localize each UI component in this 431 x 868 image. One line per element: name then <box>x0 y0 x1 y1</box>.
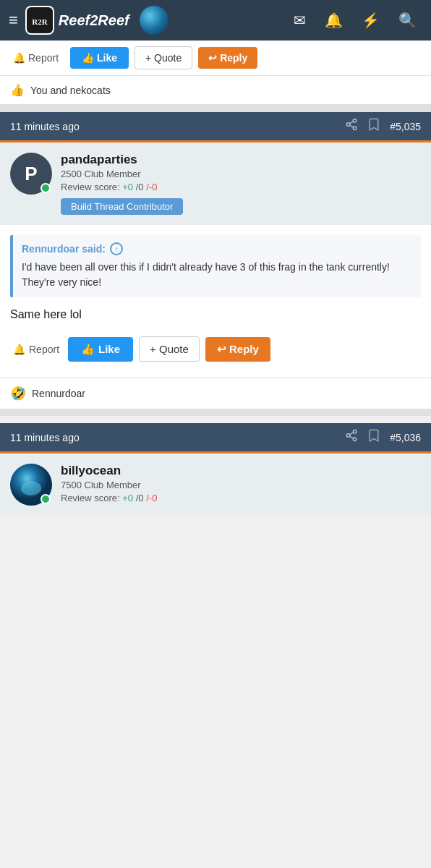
thumbsup-icon-top: 👍 <box>82 52 94 64</box>
post-body: Same here lol <box>10 306 421 323</box>
globe-icon <box>140 6 168 35</box>
bell-icon-report: 🔔 <box>13 344 25 355</box>
quote-button[interactable]: + Quote <box>139 336 200 362</box>
search-icon[interactable]: 🔍 <box>393 9 422 32</box>
post-header-5036: 11 minutes ago #5,036 <box>0 423 431 451</box>
svg-point-2 <box>353 119 357 123</box>
like-button-top[interactable]: 👍 Like <box>70 47 129 69</box>
post-header-actions-2: #5,036 <box>345 429 421 446</box>
post-card-5035: 11 minutes ago #5,035 P pandaparties <box>0 112 431 409</box>
post-card-5036: 11 minutes ago #5,036 <box>0 423 431 516</box>
report-button[interactable]: 🔔 Report <box>10 339 62 359</box>
score-negative-2: /-0 <box>146 493 157 503</box>
svg-point-9 <box>353 438 357 441</box>
like-label-top: Like <box>97 52 117 64</box>
bell-report-icon: 🔔 <box>13 52 25 64</box>
user-rank: 2500 Club Member <box>61 169 421 179</box>
report-label: Report <box>29 344 59 355</box>
reply-label-top: ↩ Reply <box>208 52 247 64</box>
reaction-emoji: 🤣 <box>10 386 26 401</box>
svg-point-8 <box>346 434 350 438</box>
svg-line-10 <box>350 436 354 438</box>
quote-label: + Quote <box>150 343 189 355</box>
section-divider <box>0 105 431 112</box>
username-2[interactable]: billyocean <box>61 464 421 478</box>
top-navigation: ≡ R2R Reef2Reef ✉ 🔔 ⚡ 🔍 <box>0 0 431 41</box>
likes-row: 👍 You and nekocats <box>0 76 431 105</box>
post-timestamp: 11 minutes ago <box>10 121 345 132</box>
reply-button-top[interactable]: ↩ Reply <box>198 47 257 69</box>
post-header-5035: 11 minutes ago #5,035 <box>0 112 431 140</box>
quote-up-icon[interactable]: ↑ <box>110 242 123 255</box>
logo-icon: R2R <box>25 6 54 35</box>
post-number: #5,035 <box>390 121 421 132</box>
mail-icon[interactable]: ✉ <box>288 9 312 32</box>
quote-author: Rennurdoar said: <box>22 243 106 255</box>
svg-text:R2R: R2R <box>32 17 48 26</box>
online-indicator <box>40 183 51 193</box>
score-neutral: /0 <box>136 182 144 192</box>
reply-button[interactable]: ↩ Reply <box>205 337 270 362</box>
user-details: pandaparties 2500 Club Member Review sco… <box>61 153 421 215</box>
score-negative: /-0 <box>146 182 157 192</box>
svg-line-5 <box>350 125 354 127</box>
section-divider-2 <box>0 409 431 416</box>
quote-button-top[interactable]: + Quote <box>135 46 192 69</box>
online-indicator-2 <box>40 494 51 504</box>
reply-label: ↩ Reply <box>217 343 259 356</box>
quote-text: I'd have been all over this if I didn't … <box>22 260 412 290</box>
build-thread-badge: Build Thread Contributor <box>61 198 183 215</box>
reaction-user[interactable]: Rennurdoar <box>32 388 85 399</box>
thumbsup-icon: 👍 <box>81 343 95 356</box>
quote-header: Rennurdoar said: ↑ <box>22 242 412 255</box>
user-rank-2: 7500 Club Member <box>61 480 421 490</box>
review-score-2: Review score: +0 /0 /-0 <box>61 493 421 503</box>
quote-label-top: + Quote <box>145 52 182 64</box>
hamburger-menu-icon[interactable]: ≡ <box>9 11 18 30</box>
bell-icon[interactable]: 🔔 <box>319 9 349 32</box>
action-buttons: 🔔 Report 👍 Like + Quote ↩ Reply <box>10 333 421 367</box>
svg-line-11 <box>350 433 354 435</box>
reactions-row: 🤣 Rennurdoar <box>0 378 431 409</box>
bookmark-icon-2[interactable] <box>368 429 380 446</box>
score-positive: +0 <box>122 182 133 192</box>
logo-text: Reef2Reef <box>59 12 129 29</box>
svg-line-6 <box>350 122 354 124</box>
quote-block: Rennurdoar said: ↑ I'd have been all ove… <box>10 235 421 297</box>
post-number-2: #5,036 <box>390 432 421 443</box>
logo-area: R2R Reef2Reef <box>25 6 129 35</box>
score-positive-2: +0 <box>122 493 133 503</box>
svg-point-4 <box>353 127 357 130</box>
share-icon-2[interactable] <box>345 429 358 446</box>
report-button-top[interactable]: 🔔 Report <box>7 48 64 68</box>
review-label-2: Review score: <box>61 493 120 503</box>
share-icon[interactable] <box>345 118 358 135</box>
score-neutral-2: /0 <box>136 493 144 503</box>
post-content: Rennurdoar said: ↑ I'd have been all ove… <box>0 225 431 378</box>
like-thumb-icon: 👍 <box>10 83 25 97</box>
like-button[interactable]: 👍 Like <box>68 337 133 362</box>
report-label: Report <box>28 52 59 64</box>
svg-point-3 <box>346 123 350 127</box>
bolt-icon[interactable]: ⚡ <box>356 9 385 32</box>
post-header-actions: #5,035 <box>345 118 421 135</box>
username[interactable]: pandaparties <box>61 153 421 167</box>
review-score: Review score: +0 /0 /-0 <box>61 182 421 192</box>
review-label: Review score: <box>61 182 120 192</box>
user-info-section-2: billyocean 7500 Club Member Review score… <box>0 451 431 516</box>
like-label: Like <box>98 343 120 355</box>
bookmark-icon[interactable] <box>368 118 380 135</box>
svg-point-7 <box>353 430 357 434</box>
user-info-section: P pandaparties 2500 Club Member Review s… <box>0 140 431 225</box>
user-details-2: billyocean 7500 Club Member Review score… <box>61 464 421 503</box>
avatar-wrap-2 <box>10 464 52 506</box>
svg-point-13 <box>21 481 41 495</box>
top-action-bar: 🔔 Report 👍 Like + Quote ↩ Reply <box>0 41 431 76</box>
avatar-wrap: P <box>10 153 52 195</box>
post-timestamp-2: 11 minutes ago <box>10 432 345 443</box>
likes-text: You and nekocats <box>30 85 111 96</box>
